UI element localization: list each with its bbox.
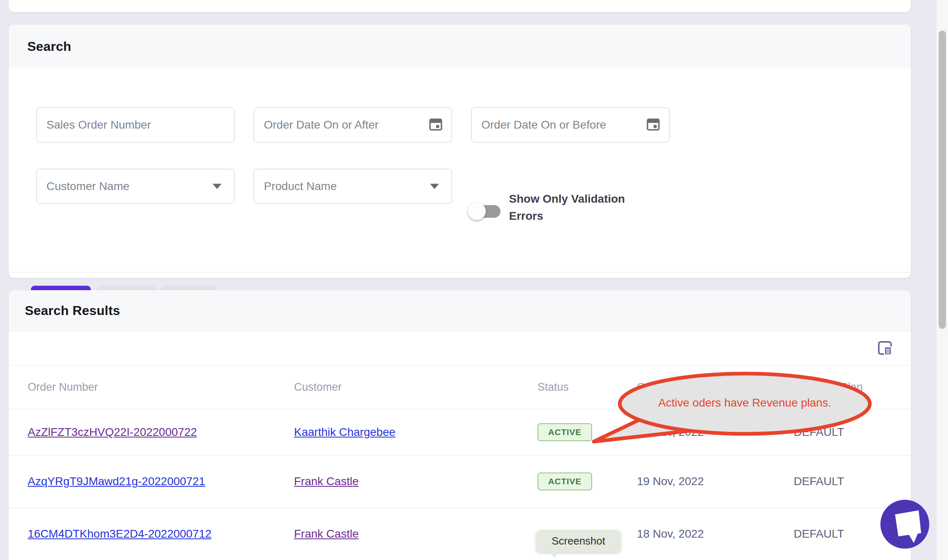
customer-link[interactable]: Frank Castle — [294, 475, 359, 488]
results-toolbar — [9, 331, 911, 366]
table-header-order-number: Order Number — [28, 365, 98, 409]
validation-errors-toggle[interactable] — [468, 201, 500, 221]
status-badge: ACTIVE — [538, 472, 592, 490]
sales-order-number-field — [36, 107, 235, 142]
order-date-cell: 19 Nov, 2022 — [637, 455, 704, 508]
scrollbar-thumb[interactable] — [939, 31, 946, 329]
column-settings-icon[interactable] — [877, 340, 894, 357]
order-number-link[interactable]: 16CM4DTKhom3E2D4-2022000712 — [28, 527, 211, 540]
customer-link[interactable]: Kaarthik Chargebee — [294, 426, 395, 439]
annotation-text: Active oders have Revenue plans. — [620, 396, 870, 409]
divider — [9, 272, 911, 272]
search-panel-header: Search — [9, 24, 911, 69]
order-date-on-or-after-input[interactable] — [254, 107, 452, 142]
customer-link[interactable]: Frank Castle — [294, 527, 359, 540]
search-panel: Search — [9, 24, 911, 278]
product-name-input[interactable] — [254, 169, 452, 204]
previous-panel-bottom-edge — [9, 0, 911, 12]
order-date-cell: 18 Nov, 2022 — [637, 508, 704, 560]
chat-widget-button[interactable] — [880, 500, 929, 549]
table-row: 16CM4DTKhom3E2D4-2022000712 Frank Castle… — [9, 508, 911, 560]
table-header-customer: Customer — [294, 365, 342, 409]
table-header-status: Status — [538, 365, 569, 409]
search-form: Show Only Validation Errors Search Expor… — [9, 68, 911, 278]
revenue-plan-cell: DEFAULT — [794, 455, 844, 508]
screenshot-tooltip: Screenshot — [536, 530, 621, 552]
sales-order-number-input[interactable] — [36, 107, 235, 142]
speech-bubble-annotation — [586, 368, 876, 454]
customer-name-select — [36, 169, 235, 204]
order-date-on-or-after-field — [254, 107, 452, 142]
order-number-link[interactable]: AzZlFZT3czHVQ22I-2022000722 — [28, 426, 197, 439]
toggle-thumb — [468, 202, 486, 220]
table-row: AzqYRgT9JMawd21g-2022000721 Frank Castle… — [9, 455, 911, 508]
chat-bubble-icon — [880, 500, 929, 549]
order-number-link[interactable]: AzqYRgT9JMawd21g-2022000721 — [28, 475, 205, 488]
product-name-select — [254, 169, 452, 204]
order-date-on-or-before-field — [471, 107, 669, 142]
revenue-plan-cell: DEFAULT — [794, 508, 844, 560]
results-panel-title: Search Results — [9, 290, 911, 331]
scrollbar-track[interactable] — [937, 0, 948, 560]
page: Search — [0, 0, 948, 560]
validation-errors-toggle-label: Show Only Validation Errors — [509, 190, 635, 225]
customer-name-input[interactable] — [36, 169, 235, 204]
search-panel-title: Search — [9, 24, 911, 68]
results-panel-header: Search Results — [9, 290, 911, 331]
status-badge: ACTIVE — [538, 423, 592, 441]
order-date-on-or-before-input[interactable] — [471, 107, 669, 142]
